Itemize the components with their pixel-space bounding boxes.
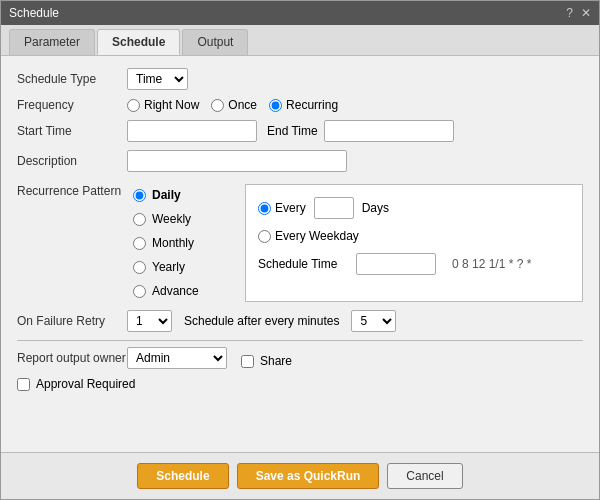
- time-row: Start Time 2019-03-20 12:05:0 End Time 2…: [17, 120, 583, 142]
- recurrence-pattern-row: Recurrence Pattern Daily Weekly Monthly: [17, 180, 583, 302]
- description-input[interactable]: [127, 150, 347, 172]
- tab-parameter[interactable]: Parameter: [9, 29, 95, 55]
- freq-right-now[interactable]: Right Now: [127, 98, 199, 112]
- recurrence-pattern-label: Recurrence Pattern: [17, 184, 127, 198]
- recurrence-advance[interactable]: Advance: [127, 280, 237, 302]
- failure-retry-label: On Failure Retry: [17, 314, 127, 328]
- recurrence-left: Daily Weekly Monthly Yearly: [127, 184, 237, 302]
- radio-every[interactable]: Every: [258, 201, 306, 215]
- start-time-label: Start Time: [17, 124, 127, 138]
- window-title: Schedule: [9, 6, 59, 20]
- every-label: Every: [275, 201, 306, 215]
- schedule-button[interactable]: Schedule: [137, 463, 228, 489]
- frequency-label: Frequency: [17, 98, 127, 112]
- share-label[interactable]: Share: [241, 354, 292, 368]
- footer-buttons: Schedule Save as QuickRun Cancel: [1, 452, 599, 499]
- share-label-text: Share: [260, 354, 292, 368]
- schedule-after-label: Schedule after every minutes: [184, 314, 339, 328]
- schedule-time-label: Schedule Time: [258, 257, 348, 271]
- recurrence-advance-label: Advance: [152, 284, 199, 298]
- schedule-time-row: Schedule Time 12:08:40 0 8 12 1/1 * ? *: [258, 253, 570, 275]
- schedule-time-input[interactable]: 12:08:40: [356, 253, 436, 275]
- description-row: Description: [17, 150, 583, 172]
- schedule-window: Schedule ? ✕ Parameter Schedule Output S…: [0, 0, 600, 500]
- freq-right-now-label: Right Now: [144, 98, 199, 112]
- recurrence-weekly-label: Weekly: [152, 212, 191, 226]
- schedule-type-select[interactable]: Time Event: [127, 68, 188, 90]
- recurrence-panel: Daily Weekly Monthly Yearly: [127, 184, 583, 302]
- tab-schedule[interactable]: Schedule: [97, 29, 180, 55]
- schedule-type-label: Schedule Type: [17, 72, 127, 86]
- minutes-select[interactable]: 51015: [351, 310, 396, 332]
- time-control: 2019-03-20 12:05:0 End Time 2019-03-20 1…: [127, 120, 454, 142]
- freq-once[interactable]: Once: [211, 98, 257, 112]
- recurrence-monthly[interactable]: Monthly: [127, 232, 237, 254]
- days-label: Days: [362, 201, 389, 215]
- end-time-label: End Time: [267, 124, 318, 138]
- start-time-input[interactable]: 2019-03-20 12:05:0: [127, 120, 257, 142]
- recurrence-monthly-label: Monthly: [152, 236, 194, 250]
- save-as-quickrun-button[interactable]: Save as QuickRun: [237, 463, 380, 489]
- frequency-row: Frequency Right Now Once Recurring: [17, 98, 583, 112]
- every-days-row: Every 1 Days: [258, 197, 570, 219]
- approval-required-checkbox[interactable]: [17, 378, 30, 391]
- titlebar-controls: ? ✕: [566, 6, 591, 20]
- recurrence-daily-label: Daily: [152, 188, 181, 202]
- frequency-options: Right Now Once Recurring: [127, 98, 338, 112]
- freq-recurring-label: Recurring: [286, 98, 338, 112]
- end-time-input[interactable]: 2019-03-20 12:10:2: [324, 120, 454, 142]
- tabs-bar: Parameter Schedule Output: [1, 25, 599, 56]
- close-icon[interactable]: ✕: [581, 6, 591, 20]
- every-weekday-label: Every Weekday: [275, 229, 359, 243]
- report-owner-row: Report output owner Admin Share: [17, 347, 583, 369]
- radio-every-weekday[interactable]: Every Weekday: [258, 229, 359, 243]
- schedule-type-row: Schedule Type Time Event: [17, 68, 583, 90]
- report-owner-control: Admin Share: [127, 347, 292, 369]
- failure-retry-control: 123 Schedule after every minutes 51015: [127, 310, 396, 332]
- cron-expression: 0 8 12 1/1 * ? *: [452, 257, 531, 271]
- tab-output[interactable]: Output: [182, 29, 248, 55]
- cancel-button[interactable]: Cancel: [387, 463, 462, 489]
- approval-required-row: Approval Required: [17, 377, 583, 391]
- freq-recurring[interactable]: Recurring: [269, 98, 338, 112]
- share-checkbox[interactable]: [241, 355, 254, 368]
- every-value-input[interactable]: 1: [314, 197, 354, 219]
- description-label: Description: [17, 154, 127, 168]
- recurrence-weekly[interactable]: Weekly: [127, 208, 237, 230]
- schedule-type-control: Time Event: [127, 68, 188, 90]
- recurrence-daily[interactable]: Daily: [127, 184, 237, 206]
- report-owner-label: Report output owner: [17, 351, 127, 365]
- titlebar: Schedule ? ✕: [1, 1, 599, 25]
- failure-retry-row: On Failure Retry 123 Schedule after ever…: [17, 310, 583, 332]
- failure-retry-select[interactable]: 123: [127, 310, 172, 332]
- recurrence-right: Every 1 Days Every Weekday Sch: [245, 184, 583, 302]
- report-owner-select[interactable]: Admin: [127, 347, 227, 369]
- every-weekday-row: Every Weekday: [258, 229, 570, 243]
- recurrence-yearly[interactable]: Yearly: [127, 256, 237, 278]
- approval-required-label: Approval Required: [36, 377, 135, 391]
- main-content: Schedule Type Time Event Frequency Right…: [1, 56, 599, 452]
- recurrence-yearly-label: Yearly: [152, 260, 185, 274]
- separator: [17, 340, 583, 341]
- description-control: [127, 150, 347, 172]
- freq-once-label: Once: [228, 98, 257, 112]
- help-icon[interactable]: ?: [566, 6, 573, 20]
